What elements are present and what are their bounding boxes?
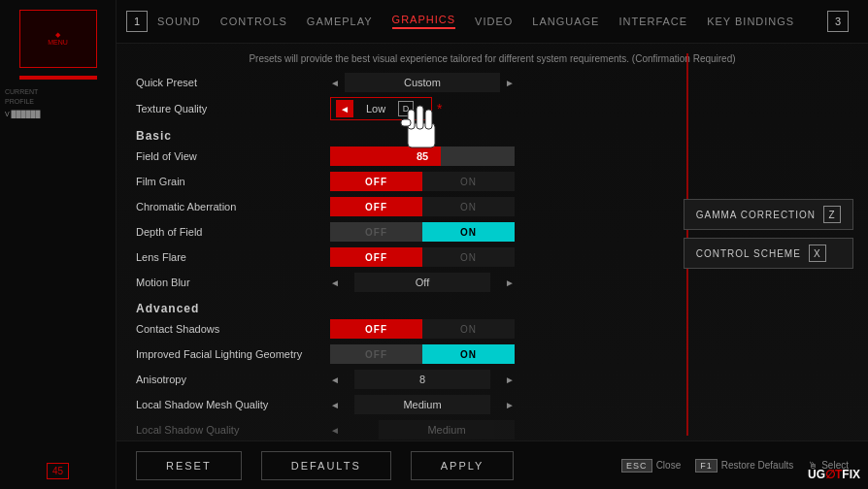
film-grain-label: Film Grain — [136, 176, 330, 187]
control-scheme-badge: X — [809, 244, 826, 262]
watermark-et: ∅T — [825, 468, 842, 481]
film-grain-off[interactable]: OFF — [330, 172, 422, 191]
contact-shadows-off[interactable]: OFF — [330, 319, 422, 339]
anisotropy-row: Anisotropy ◄ 8 ► — [136, 369, 796, 390]
shadow-quality-left-arrow[interactable]: ◄ — [330, 425, 340, 436]
nav-item-gameplay[interactable]: GAMEPLAY — [307, 16, 373, 27]
anisotropy-right-arrow[interactable]: ► — [505, 375, 515, 385]
shadow-mesh-quality-label: Local Shadow Mesh Quality — [136, 399, 330, 410]
lens-flare-off[interactable]: OFF — [330, 247, 422, 267]
texture-quality-label: Texture Quality — [136, 103, 330, 114]
shadow-mesh-quality-control: ◄ Medium ► — [330, 395, 515, 414]
nav-items: SOUND CONTROLS GAMEPLAY GRAPHICS VIDEO L… — [157, 14, 827, 29]
watermark-fix: FIX — [842, 468, 860, 481]
lens-flare-label: Lens Flare — [136, 251, 330, 263]
depth-of-field-label: Depth of Field — [136, 226, 330, 238]
shadow-quality-row: Local Shadow Quality ◄ Medium — [136, 419, 796, 440]
control-scheme-label: CONTROL SCHEME — [696, 248, 801, 259]
motion-blur-left-arrow[interactable]: ◄ — [330, 277, 340, 288]
defaults-button[interactable]: DEFAULTS — [261, 451, 391, 480]
chromatic-aberration-on[interactable]: ON — [422, 197, 515, 216]
contact-shadows-control[interactable]: OFF ON — [330, 319, 515, 339]
hint-close: ESC Close — [621, 459, 681, 473]
control-scheme-button[interactable]: CONTROL SCHEME X — [684, 238, 853, 269]
depth-of-field-control[interactable]: OFF ON — [330, 222, 515, 242]
top-nav: 1 SOUND CONTROLS GAMEPLAY GRAPHICS VIDEO… — [117, 0, 868, 44]
motion-blur-label: Motion Blur — [136, 277, 330, 288]
nav-item-sound[interactable]: SOUND — [157, 16, 201, 27]
texture-quality-d-btn[interactable]: D — [398, 101, 414, 116]
quick-preset-label: Quick Preset — [136, 77, 330, 88]
shadow-mesh-quality-left-arrow[interactable]: ◄ — [330, 400, 340, 410]
quick-preset-right-arrow[interactable]: ► — [505, 78, 515, 88]
texture-quality-right-btn[interactable]: ► — [417, 104, 426, 114]
shadow-quality-value: Medium — [427, 424, 465, 436]
nav-item-controls[interactable]: CONTROLS — [220, 16, 287, 27]
lens-flare-on[interactable]: ON — [422, 247, 515, 267]
facial-lighting-row: Improved Facial Lighting Geometry OFF ON — [136, 343, 796, 365]
watermark-ug: UG — [808, 468, 825, 481]
shadow-quality-control: ◄ Medium — [330, 420, 515, 440]
section-advanced-header: Advanced — [136, 297, 796, 318]
nav-badge-right: 3 — [827, 11, 849, 32]
nav-item-video[interactable]: VIDEO — [475, 16, 513, 27]
bottom-buttons: RESET DEFAULTS APPLY — [136, 451, 514, 480]
depth-of-field-on[interactable]: ON — [422, 222, 515, 242]
sidebar-logo: ◆MENU — [19, 10, 97, 68]
contact-shadows-on[interactable]: ON — [422, 319, 515, 339]
chromatic-aberration-control[interactable]: OFF ON — [330, 197, 515, 216]
nav-item-graphics[interactable]: GRAPHICS — [392, 14, 455, 29]
chromatic-aberration-label: Chromatic Aberration — [136, 201, 330, 212]
film-grain-on[interactable]: ON — [422, 172, 515, 191]
hint-restore: F1 Restore Defaults — [695, 459, 793, 473]
field-of-view-label: Field of View — [136, 150, 330, 162]
anisotropy-control: ◄ 8 ► — [330, 370, 515, 389]
hint-restore-label: Restore Defaults — [721, 460, 793, 471]
gamma-correction-badge: Z — [823, 206, 841, 223]
gamma-correction-label: GAMMA CORRECTION — [696, 210, 816, 220]
depth-of-field-off[interactable]: OFF — [330, 222, 422, 242]
film-grain-control[interactable]: OFF ON — [330, 172, 515, 191]
shadow-mesh-quality-value: Medium — [403, 399, 441, 410]
reset-button[interactable]: RESET — [136, 451, 242, 480]
facial-lighting-on[interactable]: ON — [422, 344, 515, 364]
facial-lighting-label: Improved Facial Lighting Geometry — [136, 348, 330, 360]
quick-preset-control: ◄ Custom ► — [330, 73, 515, 92]
facial-lighting-off[interactable]: OFF — [330, 344, 422, 364]
motion-blur-value: Off — [393, 277, 451, 288]
shadow-mesh-quality-right-arrow[interactable]: ► — [505, 400, 515, 410]
anisotropy-label: Anisotropy — [136, 374, 330, 385]
hint-restore-key[interactable]: F1 — [695, 459, 718, 473]
anisotropy-value: 8 — [408, 374, 437, 385]
nav-item-interface[interactable]: INTERFACE — [618, 16, 687, 27]
gamma-correction-button[interactable]: GAMMA CORRECTION Z — [684, 199, 853, 230]
contact-shadows-row: Contact Shadows OFF ON — [136, 318, 796, 340]
hint-close-key[interactable]: ESC — [621, 459, 652, 473]
texture-quality-control: ◄ Low D ► — [330, 97, 432, 120]
texture-quality-star: * — [437, 101, 442, 116]
lens-flare-control[interactable]: OFF ON — [330, 247, 515, 267]
nav-item-keybindings[interactable]: KEY BINDINGS — [707, 16, 794, 27]
anisotropy-left-arrow[interactable]: ◄ — [330, 375, 340, 385]
right-panel: GAMMA CORRECTION Z CONTROL SCHEME X — [684, 44, 853, 269]
chromatic-aberration-off[interactable]: OFF — [330, 197, 422, 216]
motion-blur-right-arrow[interactable]: ► — [505, 277, 515, 288]
apply-button[interactable]: APPLY — [411, 451, 515, 480]
watermark: UG∅TFIX — [808, 468, 860, 481]
field-of-view-control[interactable]: 85 — [330, 147, 515, 166]
sidebar-red-bar — [19, 76, 97, 80]
quick-preset-left-arrow[interactable]: ◄ — [330, 78, 340, 88]
motion-blur-control: ◄ Off ► — [330, 273, 515, 292]
contact-shadows-label: Contact Shadows — [136, 323, 330, 335]
texture-quality-value: Low — [356, 103, 395, 114]
nav-item-language[interactable]: LANGUAGE — [532, 16, 599, 27]
texture-quality-left-btn[interactable]: ◄ — [336, 100, 353, 117]
facial-lighting-control[interactable]: OFF ON — [330, 344, 515, 364]
field-of-view-value: 85 — [417, 150, 428, 162]
motion-blur-row: Motion Blur ◄ Off ► — [136, 272, 796, 293]
sidebar-info: CURRENT PROFILE V ██████ — [0, 82, 116, 123]
shadow-mesh-quality-row: Local Shadow Mesh Quality ◄ Medium ► — [136, 394, 796, 415]
hint-close-label: Close — [656, 460, 682, 471]
shadow-quality-label: Local Shadow Quality — [136, 424, 330, 436]
nav-badge-left: 1 — [126, 11, 148, 32]
